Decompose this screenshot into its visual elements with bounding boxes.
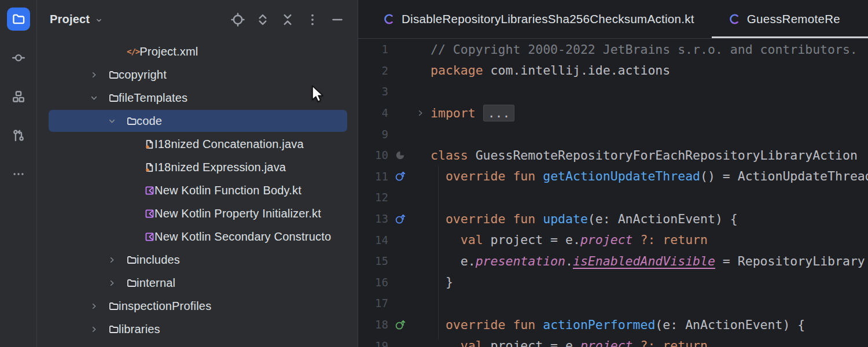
tree-item[interactable]: fileTemplates (37, 86, 358, 109)
collapse-all-button[interactable] (280, 12, 295, 27)
code-line[interactable]: 12 (358, 187, 868, 208)
code-text: override fun getActionUpdateThread() = A… (431, 169, 868, 183)
structure-icon (12, 90, 25, 103)
fold-chevron-icon[interactable] (411, 109, 429, 117)
tree-item[interactable]: includes (37, 248, 358, 271)
chevron-down-icon[interactable] (95, 16, 103, 24)
tool-window-structure-button[interactable] (7, 85, 30, 108)
code-lines: 1// Copyright 2000-2022 JetBrains s.r.o.… (358, 39, 868, 347)
code-text: val project = e.project ?: return (431, 232, 708, 247)
tree-item[interactable]: New Kotlin Secondary Constructo (37, 225, 358, 248)
chevron-right-icon[interactable] (90, 71, 109, 79)
chevron-right-icon[interactable] (108, 279, 127, 287)
chevron-down-icon[interactable] (90, 94, 109, 102)
locate-button[interactable] (230, 12, 245, 27)
more-vertical-button[interactable] (305, 12, 320, 27)
code-text: val project = e.project ?: return (431, 338, 708, 347)
code-line[interactable]: 16 } (358, 272, 868, 293)
code-line[interactable]: 2package com.intellij.ide.actions (358, 60, 868, 82)
tree-item-label: I18nized Expression.java (155, 161, 286, 174)
panel-toolbar (230, 12, 345, 27)
tab-label: GuessRemoteRe (747, 12, 840, 26)
chevron-right-icon[interactable] (108, 256, 127, 264)
line-number: 12 (358, 191, 388, 204)
implement-marker-icon[interactable] (388, 319, 411, 330)
indent-guide (438, 166, 439, 339)
kotlin-icon (145, 186, 155, 195)
editor-tab[interactable]: DisableRepositoryLibrariesSha256Checksum… (366, 0, 712, 38)
tree-item[interactable]: I18nized Concatenation.java (37, 132, 358, 156)
expand-all-button[interactable] (255, 12, 270, 27)
tool-window-more-button[interactable] (7, 163, 30, 186)
line-number: 13 (358, 212, 388, 225)
code-text: // Copyright 2000-2022 JetBrains s.r.o. … (431, 42, 858, 57)
ide-window: Project </>Project.xmlcopyrightfileTempl… (0, 0, 868, 347)
subclassed-marker-icon[interactable] (388, 150, 411, 160)
tree-item[interactable]: internal (37, 271, 358, 294)
code-text: class GuessRemoteRepositoryForEachReposi… (431, 148, 858, 163)
line-number: 3 (358, 85, 388, 98)
tree-item[interactable]: New Kotlin Property Initializer.kt (37, 202, 358, 225)
code-area[interactable]: 1// Copyright 2000-2022 JetBrains s.r.o.… (358, 39, 868, 347)
tree-item[interactable]: I18nized Expression.java (37, 156, 358, 179)
override-marker-icon[interactable] (388, 213, 411, 224)
panel-title[interactable]: Project (50, 13, 90, 26)
code-line[interactable]: 15 e.presentation.isEnabledAndVisible = … (358, 250, 868, 272)
collapse-all-icon (281, 13, 295, 27)
code-text: package com.intellij.ide.actions (431, 63, 670, 77)
tree-item[interactable]: copyright (37, 63, 358, 86)
commit-icon (12, 51, 25, 64)
code-line[interactable]: 18 override fun actionPerformed(e: AnAct… (358, 314, 868, 335)
editor-tab[interactable]: GuessRemoteRe (712, 0, 868, 38)
tab-label: DisableRepositoryLibrariesSha256Checksum… (402, 12, 694, 26)
tree-item-label: fileTemplates (119, 91, 187, 105)
code-line[interactable]: 1// Copyright 2000-2022 JetBrains s.r.o.… (358, 39, 868, 60)
line-number: 9 (358, 128, 388, 141)
kotlin-icon (145, 209, 155, 219)
code-text: override fun actionPerformed(e: AnAction… (431, 318, 805, 332)
override-marker-icon[interactable] (388, 171, 411, 182)
hide-icon (330, 13, 344, 27)
chevron-right-icon[interactable] (90, 325, 109, 334)
project-tool-window: Project </>Project.xmlcopyrightfileTempl… (37, 0, 358, 347)
folder-icon (109, 70, 119, 80)
tree-item[interactable]: New Kotlin Function Body.kt (37, 179, 358, 202)
activity-bar (0, 0, 37, 347)
code-line[interactable]: 14 val project = e.project ?: return (358, 229, 868, 250)
code-text: import ... (431, 106, 514, 120)
more-icon (12, 168, 25, 180)
folder-icon (127, 116, 137, 126)
tree-item-label: libraries (119, 323, 160, 336)
code-line[interactable]: 13 override fun update(e: AnActionEvent)… (358, 208, 868, 230)
tree-item[interactable]: inspectionProfiles (37, 294, 358, 318)
folder-icon (109, 301, 119, 311)
code-line[interactable]: 4import ... (358, 102, 868, 124)
project-tree: </>Project.xmlcopyrightfileTemplatescode… (37, 39, 358, 347)
tree-item[interactable]: code (37, 109, 358, 132)
tree-item-label: New Kotlin Secondary Constructo (155, 230, 331, 243)
code-line[interactable]: 10class GuessRemoteRepositoryForEachRepo… (358, 145, 868, 166)
line-number: 1 (358, 43, 388, 56)
code-text: e.presentation.isEnabledAndVisible = Rep… (431, 254, 865, 268)
tool-window-pull-requests-button[interactable] (7, 124, 30, 147)
code-line[interactable]: 19 val project = e.project ?: return (358, 335, 868, 347)
code-line[interactable]: 9 (358, 123, 868, 145)
code-line[interactable]: 17 (358, 293, 868, 314)
code-line[interactable]: 3 (358, 81, 868, 102)
folder-icon (109, 324, 119, 334)
chevron-down-icon[interactable] (108, 117, 127, 125)
locate-icon (231, 13, 245, 27)
line-number: 16 (358, 276, 388, 289)
code-text: } (431, 275, 453, 289)
tool-window-commit-button[interactable] (7, 46, 30, 69)
hide-button[interactable] (330, 12, 345, 27)
tree-item[interactable]: libraries (37, 318, 358, 341)
chevron-right-icon[interactable] (90, 302, 109, 311)
java-icon (145, 139, 155, 149)
xml-icon: </> (127, 47, 139, 56)
tree-item[interactable]: </>Project.xml (37, 40, 358, 63)
tree-item-label: includes (137, 253, 180, 267)
code-line[interactable]: 11 override fun getActionUpdateThread() … (358, 166, 868, 187)
kotlin-class-icon (729, 13, 741, 25)
tool-window-project-button[interactable] (7, 8, 30, 31)
